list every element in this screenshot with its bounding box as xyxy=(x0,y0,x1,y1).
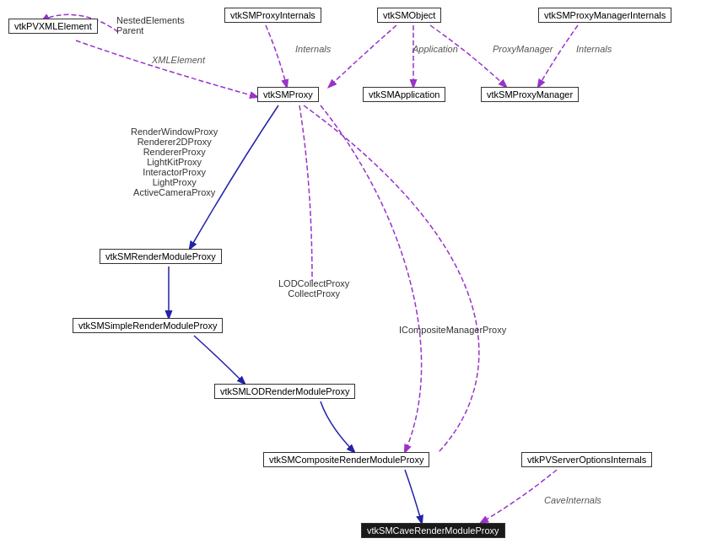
node-vtkSMLODRenderModuleProxy: vtkSMLODRenderModuleProxy xyxy=(214,384,355,399)
label-internals1: Internals xyxy=(295,44,331,54)
node-vtkPVServerOptionsInternals: vtkPVServerOptionsInternals xyxy=(521,452,652,467)
label-lodCollect: LODCollectProxy CollectProxy xyxy=(278,278,349,299)
label-renderProxies: RenderWindowProxy Renderer2DProxy Render… xyxy=(131,127,218,197)
diagram-container: vtkPVXMLElement vtkSMProxyInternals vtkS… xyxy=(0,0,728,560)
label-internals2: Internals xyxy=(576,44,612,54)
label-caveInternals: CaveInternals xyxy=(544,495,601,505)
node-vtkSMProxyInternals: vtkSMProxyInternals xyxy=(224,8,321,23)
label-nestedElements: NestedElements Parent xyxy=(116,15,185,35)
node-vtkSMApplication: vtkSMApplication xyxy=(363,87,445,102)
label-proxyManager: ProxyManager xyxy=(493,44,553,54)
node-vtkSMObject: vtkSMObject xyxy=(377,8,441,23)
node-vtkSMRenderModuleProxy: vtkSMRenderModuleProxy xyxy=(100,249,222,264)
node-vtkSMProxyManager: vtkSMProxyManager xyxy=(481,87,579,102)
node-vtkPVXMLElement: vtkPVXMLElement xyxy=(8,19,98,34)
node-vtkSMSimpleRenderModuleProxy: vtkSMSimpleRenderModuleProxy xyxy=(73,318,223,333)
node-vtkSMCaveRenderModuleProxy: vtkSMCaveRenderModuleProxy xyxy=(361,523,505,538)
node-vtkSMCompositeRenderModuleProxy: vtkSMCompositeRenderModuleProxy xyxy=(263,452,429,467)
node-vtkSMProxy: vtkSMProxy xyxy=(257,87,319,102)
label-xmlElement: XMLElement xyxy=(152,55,205,65)
label-application: Application xyxy=(413,44,458,54)
node-vtkSMProxyManagerInternals: vtkSMProxyManagerInternals xyxy=(538,8,671,23)
label-compositeManager: ICompositeManagerProxy xyxy=(399,325,506,335)
diagram-svg xyxy=(0,0,728,560)
